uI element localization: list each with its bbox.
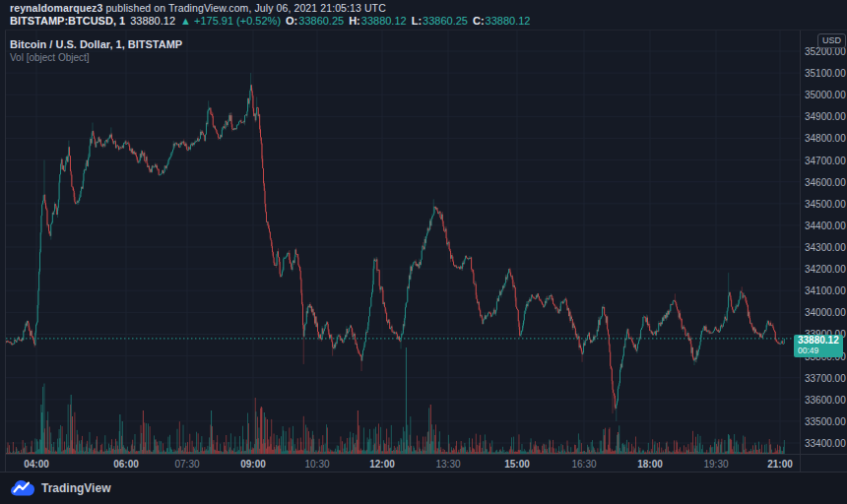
close-label: C:: [473, 15, 485, 27]
time-axis-label: 09:00: [240, 459, 266, 470]
time-axis-label: 04:00: [24, 459, 49, 470]
price-axis-label: 34100.00: [805, 285, 846, 296]
time-axis-label: 15:00: [504, 459, 530, 470]
low-label: L:: [412, 15, 422, 27]
time-axis-label: 06:00: [113, 459, 139, 470]
price-axis-label: 33500.00: [805, 415, 846, 426]
time-axis-label: 18:00: [637, 459, 663, 470]
price-axis-label: 33400.00: [805, 438, 846, 449]
open-value: 33860.25: [298, 15, 344, 27]
high-value: 33880.12: [361, 15, 407, 27]
close-value: 33880.12: [486, 15, 531, 27]
time-axis-label: 07:30: [174, 459, 199, 470]
price-axis-label: 35100.00: [805, 68, 846, 79]
time-axis-label: 13:30: [435, 459, 460, 470]
price-axis-label: 34800.00: [805, 133, 846, 144]
candlestick-chart[interactable]: [0, 0, 847, 504]
price-axis-label: 34600.00: [805, 176, 846, 187]
last-price: 33880.12: [130, 15, 175, 27]
time-axis-label: 16:30: [571, 459, 596, 470]
price-axis-label: 35000.00: [805, 90, 846, 100]
current-price-badge[interactable]: 33880.12 00:49: [794, 335, 843, 357]
publish-info: reynaldomarquez3 published on TradingVie…: [10, 2, 386, 14]
time-axis-label: 19:30: [703, 459, 728, 470]
symbol-interval: BITSTAMP:BTCUSD, 1: [10, 15, 125, 27]
price-axis-label: 33600.00: [805, 394, 846, 405]
currency-badge: USD: [817, 33, 846, 48]
publish-details: published on TradingView.com, July 06, 2…: [102, 2, 385, 14]
price-axis-label: 34300.00: [805, 242, 846, 253]
time-axis-label: 12:00: [369, 459, 395, 470]
price-axis-label: 34400.00: [805, 220, 846, 230]
publisher-name: reynaldomarquez3: [10, 2, 102, 14]
high-label: H:: [349, 15, 360, 27]
price-axis-label: 34700.00: [805, 155, 846, 165]
price-axis-label: 34500.00: [805, 198, 846, 209]
open-label: O:: [286, 15, 297, 27]
symbol-ohlc-bar: BITSTAMP:BTCUSD, 133880.12▲ +175.91 (+0.…: [10, 15, 535, 27]
price-axis-label: 33700.00: [805, 372, 846, 383]
price-axis-label: 34000.00: [805, 307, 846, 318]
tradingview-brand-text[interactable]: TradingView: [41, 481, 110, 495]
price-change up-arrow-icon: ▲ +175.91 (+0.52%): [180, 15, 281, 27]
time-axis-label: 21:00: [767, 459, 793, 470]
tradingview-snapshot: reynaldomarquez3 published on TradingVie…: [0, 0, 847, 504]
time-axis-label: 10:30: [304, 459, 329, 470]
price-axis-label: 34200.00: [805, 264, 846, 275]
bar-countdown: 00:49: [798, 346, 843, 355]
price-axis-label: 34900.00: [805, 111, 846, 122]
tradingview-logo-icon[interactable]: [10, 478, 35, 498]
low-value: 33860.25: [423, 15, 468, 27]
footer-bar: TradingView: [0, 472, 847, 504]
